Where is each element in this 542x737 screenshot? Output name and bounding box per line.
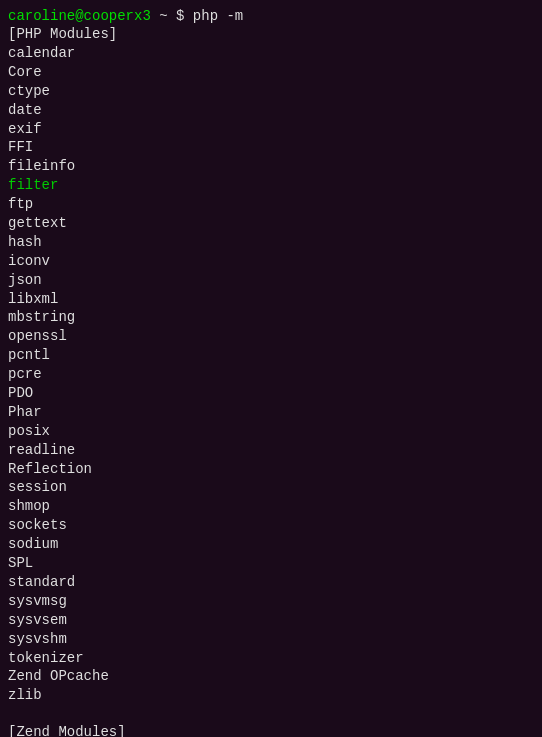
module-item: standard — [8, 573, 534, 592]
module-item: hash — [8, 233, 534, 252]
prompt-command: php -m — [193, 8, 243, 24]
module-item: ftp — [8, 195, 534, 214]
module-item: calendar — [8, 44, 534, 63]
module-item: iconv — [8, 252, 534, 271]
module-item: session — [8, 478, 534, 497]
module-item: json — [8, 271, 534, 290]
module-item: pcntl — [8, 346, 534, 365]
module-item: exif — [8, 120, 534, 139]
prompt-line: caroline@cooperx3 ~ $ php -m — [8, 8, 534, 24]
module-item: Phar — [8, 403, 534, 422]
php-modules-header: [PHP Modules] — [8, 26, 534, 42]
module-item: sysvsem — [8, 611, 534, 630]
module-item: FFI — [8, 138, 534, 157]
module-item: sysvshm — [8, 630, 534, 649]
module-item: sodium — [8, 535, 534, 554]
module-item: zlib — [8, 686, 534, 705]
prompt-separator: ~ — [151, 8, 176, 24]
module-item: sockets — [8, 516, 534, 535]
module-item: gettext — [8, 214, 534, 233]
module-item: pcre — [8, 365, 534, 384]
module-item: tokenizer — [8, 649, 534, 668]
module-item: fileinfo — [8, 157, 534, 176]
module-item: SPL — [8, 554, 534, 573]
module-item: readline — [8, 441, 534, 460]
module-item: mbstring — [8, 308, 534, 327]
module-item: openssl — [8, 327, 534, 346]
module-item: libxml — [8, 290, 534, 309]
module-item: ctype — [8, 82, 534, 101]
module-item: posix — [8, 422, 534, 441]
module-item: Zend OPcache — [8, 667, 534, 686]
terminal-window: caroline@cooperx3 ~ $ php -m [PHP Module… — [8, 8, 534, 729]
module-item: PDO — [8, 384, 534, 403]
empty-line-1 — [8, 705, 534, 724]
module-list: calendarCorectypedateexifFFIfileinfofilt… — [8, 44, 534, 705]
prompt-dollar: $ — [176, 8, 193, 24]
prompt-user: caroline@cooperx3 — [8, 8, 151, 24]
zend-modules-header: [Zend Modules] — [8, 724, 534, 737]
module-item: filter — [8, 176, 534, 195]
module-item: Core — [8, 63, 534, 82]
module-item: shmop — [8, 497, 534, 516]
module-item: Reflection — [8, 460, 534, 479]
module-item: sysvmsg — [8, 592, 534, 611]
module-item: date — [8, 101, 534, 120]
